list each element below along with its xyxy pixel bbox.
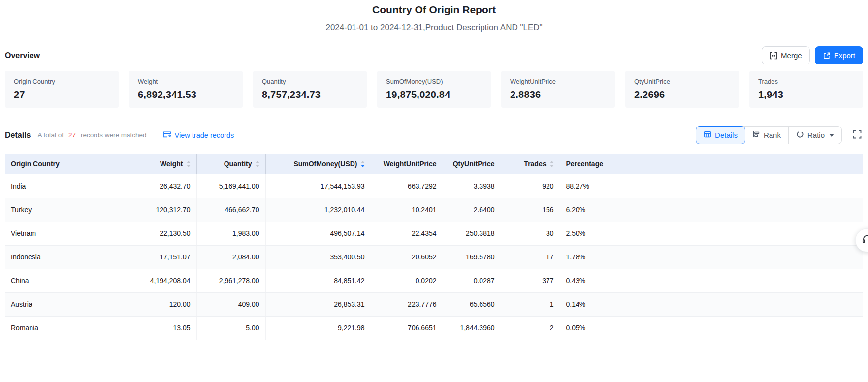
cell-weightunitprice: 0.0202: [371, 269, 443, 292]
tab-details-label: Details: [715, 131, 738, 139]
table-row-indonesia: Indonesia17,151.072,084.00353,400.5020.6…: [5, 245, 863, 269]
column-header-trades[interactable]: Trades: [501, 154, 560, 174]
table-row-austria: Austria120.00409.0026,853.31223.777665.6…: [5, 292, 863, 316]
cell-qtyunitprice: 0.0287: [443, 269, 501, 292]
cell-trades: 156: [501, 198, 560, 222]
cell-sumofmoney-usd: 496,507.14: [265, 222, 371, 245]
column-label: QtyUnitPrice: [453, 160, 495, 168]
cell-sumofmoney-usd: 17,544,153.93: [265, 174, 371, 198]
details-right: Details Rank Ratio: [696, 126, 863, 144]
merge-button[interactable]: Merge: [762, 46, 810, 64]
cell-weightunitprice: 663.7292: [371, 174, 443, 198]
cell-trades: 30: [501, 222, 560, 245]
cell-percentage: 0.05%: [560, 316, 863, 340]
cell-origin-country: China: [5, 269, 131, 292]
tab-details[interactable]: Details: [696, 126, 745, 144]
sort-asc-icon[interactable]: [550, 161, 554, 163]
sort-desc-icon[interactable]: [256, 165, 259, 167]
cell-sumofmoney-usd: 26,853.31: [265, 292, 371, 316]
stat-label: QtyUnitPrice: [634, 78, 730, 85]
view-trade-records-link[interactable]: View trade records: [163, 130, 234, 140]
column-label: Weight: [160, 160, 183, 168]
stat-card-sumofmoney-usd: SumOfMoney(USD)19,875,020.84: [377, 71, 491, 108]
page-title: Country Of Origin Report: [0, 4, 868, 16]
match-meta-suffix: records were matched: [81, 131, 147, 139]
merge-icon: [770, 52, 777, 60]
cell-qtyunitprice: 3.3938: [443, 174, 501, 198]
stat-label: Quantity: [262, 78, 358, 85]
column-label: Percentage: [566, 160, 603, 168]
cell-sumofmoney-usd: 9,221.98: [265, 316, 371, 340]
rank-bars-icon: [752, 130, 760, 140]
stat-value: 8,757,234.73: [262, 89, 358, 100]
cell-sumofmoney-usd: 84,851.42: [265, 269, 371, 292]
sort-asc-icon[interactable]: [256, 161, 259, 163]
stat-card-quantity: Quantity8,757,234.73: [253, 71, 367, 108]
cell-trades: 920: [501, 174, 560, 198]
cell-trades: 377: [501, 269, 560, 292]
column-header-percentage: Percentage: [560, 154, 863, 174]
sort-carets[interactable]: [187, 161, 191, 167]
cell-percentage: 1.78%: [560, 245, 863, 269]
cell-quantity: 5,169,441.00: [196, 174, 265, 198]
column-label: Trades: [524, 160, 546, 168]
stat-label: WeightUnitPrice: [510, 78, 606, 85]
cell-trades: 1: [501, 292, 560, 316]
column-label: Origin Country: [11, 160, 60, 168]
column-header-qtyunitprice: QtyUnitPrice: [443, 154, 501, 174]
cell-weight: 26,432.70: [131, 174, 196, 198]
cell-quantity: 2,084.00: [196, 245, 265, 269]
vertical-divider: [155, 131, 155, 139]
table-grid-icon: [704, 130, 711, 140]
tab-rank[interactable]: Rank: [745, 127, 788, 144]
overview-actions: Merge Export: [762, 46, 863, 64]
cell-origin-country: Austria: [5, 292, 131, 316]
stat-value: 27: [14, 89, 110, 100]
sort-desc-icon[interactable]: [187, 165, 191, 167]
tab-ratio[interactable]: Ratio: [788, 127, 841, 144]
stat-card-qtyunitprice: QtyUnitPrice2.2696: [625, 71, 739, 108]
cell-weight: 4,194,208.04: [131, 269, 196, 292]
column-label: WeightUnitPrice: [384, 160, 437, 168]
export-button-label: Export: [834, 51, 855, 60]
stat-label: Trades: [758, 78, 854, 85]
column-header-quantity[interactable]: Quantity: [196, 154, 265, 174]
sort-asc-icon[interactable]: [361, 161, 365, 163]
stat-value: 19,875,020.84: [386, 89, 482, 100]
stat-value: 2.2696: [634, 89, 730, 100]
cell-quantity: 466,662.70: [196, 198, 265, 222]
column-header-sumofmoney-usd[interactable]: SumOfMoney(USD): [265, 154, 371, 174]
sort-asc-icon[interactable]: [187, 161, 191, 163]
stat-label: SumOfMoney(USD): [386, 78, 482, 85]
column-header-origin-country: Origin Country: [5, 154, 131, 174]
table-row-romania: Romania13.055.009,221.98706.66511,844.39…: [5, 316, 863, 340]
stat-card-weight: Weight6,892,341.53: [129, 71, 243, 108]
export-button[interactable]: Export: [815, 46, 863, 64]
cell-percentage: 0.14%: [560, 292, 863, 316]
cell-trades: 17: [501, 245, 560, 269]
sort-desc-icon[interactable]: [550, 165, 554, 167]
cell-weight: 120.00: [131, 292, 196, 316]
fullscreen-button[interactable]: [851, 129, 863, 141]
tab-rank-label: Rank: [764, 131, 781, 139]
origin-table-wrap: Origin CountryWeightQuantitySumOfMoney(U…: [5, 154, 863, 340]
export-icon: [823, 52, 831, 60]
cell-origin-country: Turkey: [5, 198, 131, 222]
details-left: Details A total of 27 records were match…: [5, 130, 234, 140]
cell-quantity: 2,961,278.00: [196, 269, 265, 292]
sort-carets[interactable]: [550, 161, 554, 167]
expand-icon: [852, 129, 862, 141]
cell-percentage: 88.27%: [560, 174, 863, 198]
cell-weight: 17,151.07: [131, 245, 196, 269]
cell-percentage: 6.20%: [560, 198, 863, 222]
table-row-china: China4,194,208.042,961,278.0084,851.420.…: [5, 269, 863, 292]
column-header-weight[interactable]: Weight: [131, 154, 196, 174]
match-meta: A total of 27 records were matched: [37, 131, 146, 139]
sort-carets[interactable]: [256, 161, 259, 167]
sort-desc-icon[interactable]: [361, 165, 365, 167]
ratio-donut-icon: [796, 130, 804, 140]
stat-card-trades: Trades1,943: [749, 71, 863, 108]
cell-weight: 22,130.50: [131, 222, 196, 245]
sort-carets[interactable]: [361, 161, 365, 167]
cell-weightunitprice: 706.6651: [371, 316, 443, 340]
